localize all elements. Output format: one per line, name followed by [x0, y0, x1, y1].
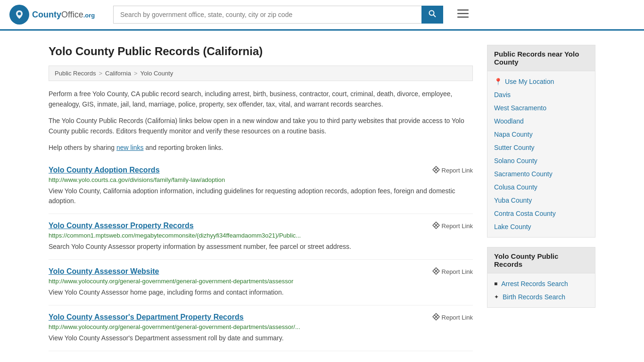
- record-url-0: http://www.yolo.courts.ca.gov/divisions/…: [49, 176, 473, 183]
- logo-icon: [9, 5, 29, 25]
- nearby-place-2: Woodland: [487, 115, 595, 128]
- nearby-place-7: Colusa County: [487, 181, 595, 194]
- yolo-records-items: ■ Arrest Records Search ✦ Birth Records …: [487, 273, 595, 307]
- use-my-location-link[interactable]: Use My Location: [505, 78, 554, 85]
- record-title-3[interactable]: Yolo County Assessor's Department Proper…: [49, 313, 244, 321]
- sidebar: Public Records near Yolo County 📍 Use My…: [487, 45, 595, 351]
- breadcrumb-yolo-county: Yolo County: [140, 70, 173, 77]
- report-label-1: Report Link: [442, 222, 473, 230]
- logo-text: CountyOffice.org: [32, 10, 95, 20]
- nearby-place-link-3[interactable]: Napa County: [494, 131, 533, 138]
- records-list: Yolo County Adoption Records Report Link…: [49, 158, 473, 351]
- report-link-2[interactable]: Report Link: [432, 267, 473, 276]
- record-desc-0: View Yolo County, California adoption in…: [49, 186, 473, 206]
- logo-area: CountyOffice.org: [9, 5, 104, 25]
- menu-button[interactable]: [457, 8, 469, 21]
- search-area: [113, 6, 443, 24]
- description-3: Help others by sharing new links and rep…: [49, 142, 473, 153]
- svg-rect-4: [457, 9, 469, 11]
- sidebar-record-anchor-1[interactable]: Birth Records Search: [503, 293, 565, 301]
- breadcrumb-california[interactable]: California: [105, 70, 131, 77]
- sidebar-record-anchor-0[interactable]: Arrest Records Search: [501, 280, 568, 288]
- nearby-place-9: Contra Costa County: [487, 207, 595, 220]
- page-title: Yolo County Public Records (California): [49, 45, 473, 58]
- nearby-place-8: Yuba County: [487, 194, 595, 207]
- nearby-place-4: Sutter County: [487, 141, 595, 154]
- svg-line-3: [434, 15, 436, 17]
- nearby-place-link-2[interactable]: Woodland: [494, 117, 524, 125]
- record-desc-3: View Yolo County Assessor's Department a…: [49, 333, 473, 343]
- record-url-2: http://www.yolocounty.org/general-govern…: [49, 278, 473, 285]
- record-item-0: Yolo County Adoption Records Report Link…: [49, 158, 473, 214]
- report-label-3: Report Link: [442, 314, 473, 321]
- record-links-list: ■ Arrest Records Search ✦ Birth Records …: [487, 277, 595, 304]
- nearby-place-link-5[interactable]: Solano County: [494, 157, 537, 165]
- record-item-1: Yolo County Assessor Property Records Re…: [49, 214, 473, 260]
- report-link-1[interactable]: Report Link: [432, 222, 473, 230]
- nearby-place-5: Solano County: [487, 154, 595, 167]
- svg-rect-5: [457, 13, 469, 15]
- nearby-place-1: West Sacramento: [487, 101, 595, 115]
- svg-rect-6: [457, 16, 469, 18]
- content-area: Yolo County Public Records (California) …: [49, 45, 473, 351]
- nearby-places-list: DavisWest SacramentoWoodlandNapa CountyS…: [487, 88, 595, 233]
- breadcrumb: Public Records > California > Yolo Count…: [49, 66, 473, 81]
- breadcrumb-sep-2: >: [134, 70, 138, 77]
- breadcrumb-sep-1: >: [99, 70, 102, 77]
- location-icon: 📍: [494, 78, 502, 85]
- new-links-link[interactable]: new links: [116, 144, 144, 151]
- nearby-place-10: Lake County: [487, 220, 595, 233]
- report-icon-1: [432, 222, 440, 230]
- svg-point-2: [429, 11, 434, 16]
- record-header-0: Yolo County Adoption Records Report Link: [49, 166, 473, 176]
- description-2: The Yolo County Public Records (Californ…: [49, 115, 473, 137]
- rec-icon-0: ■: [494, 280, 497, 287]
- nearby-section: Public Records near Yolo County 📍 Use My…: [487, 45, 595, 238]
- record-title-1[interactable]: Yolo County Assessor Property Records: [49, 222, 194, 230]
- nearby-items: 📍 Use My Location DavisWest SacramentoWo…: [487, 71, 595, 237]
- svg-point-1: [18, 12, 21, 16]
- record-header-3: Yolo County Assessor's Department Proper…: [49, 313, 473, 323]
- nearby-place-link-9[interactable]: Contra Costa County: [494, 210, 556, 217]
- nearby-place-6: Sacramento County: [487, 167, 595, 181]
- record-header-1: Yolo County Assessor Property Records Re…: [49, 222, 473, 232]
- report-icon-2: [432, 267, 440, 276]
- nearby-place-link-0[interactable]: Davis: [494, 91, 511, 99]
- rec-icon-1: ✦: [494, 294, 499, 300]
- sidebar-record-link-0: ■ Arrest Records Search: [487, 277, 595, 290]
- search-input[interactable]: [113, 6, 421, 24]
- report-link-3[interactable]: Report Link: [432, 313, 473, 322]
- record-url-1: https://common1.mptsweb.com/megabytecomm…: [49, 232, 473, 239]
- report-icon-3: [432, 313, 440, 322]
- report-label-2: Report Link: [442, 268, 473, 275]
- sidebar-record-link-1: ✦ Birth Records Search: [487, 290, 595, 304]
- nearby-place-link-1[interactable]: West Sacramento: [494, 104, 546, 112]
- nearby-place-link-4[interactable]: Sutter County: [494, 144, 535, 151]
- report-label-0: Report Link: [442, 167, 473, 174]
- record-desc-1: Search Yolo County Assessor property inf…: [49, 242, 473, 252]
- header: CountyOffice.org: [0, 0, 644, 31]
- description-1: Perform a free Yolo County, CA public re…: [49, 89, 473, 110]
- nearby-place-0: Davis: [487, 88, 595, 101]
- search-button[interactable]: [421, 6, 443, 24]
- yolo-records-section: Yolo County Public Records ■ Arrest Reco…: [487, 247, 595, 308]
- record-desc-2: View Yolo County Assessor home page, inc…: [49, 288, 473, 297]
- breadcrumb-public-records[interactable]: Public Records: [55, 70, 96, 77]
- nearby-place-3: Napa County: [487, 128, 595, 141]
- nearby-place-link-10[interactable]: Lake County: [494, 223, 531, 230]
- nearby-section-title: Public Records near Yolo County: [487, 45, 595, 71]
- record-url-3: http://www.yolocounty.org/general-govern…: [49, 323, 473, 330]
- report-icon-0: [432, 166, 440, 175]
- yolo-records-title: Yolo County Public Records: [487, 247, 595, 273]
- record-item-3: Yolo County Assessor's Department Proper…: [49, 305, 473, 351]
- use-my-location-item[interactable]: 📍 Use My Location: [487, 75, 595, 88]
- record-title-2[interactable]: Yolo County Assessor Website: [49, 267, 159, 276]
- record-item-2: Yolo County Assessor Website Report Link…: [49, 260, 473, 305]
- main-container: Yolo County Public Records (California) …: [39, 31, 605, 362]
- nearby-place-link-6[interactable]: Sacramento County: [494, 170, 553, 178]
- nearby-place-link-8[interactable]: Yuba County: [494, 197, 532, 204]
- report-link-0[interactable]: Report Link: [432, 166, 473, 175]
- record-header-2: Yolo County Assessor Website Report Link: [49, 267, 473, 278]
- record-title-0[interactable]: Yolo County Adoption Records: [49, 166, 160, 174]
- nearby-place-link-7[interactable]: Colusa County: [494, 183, 537, 191]
